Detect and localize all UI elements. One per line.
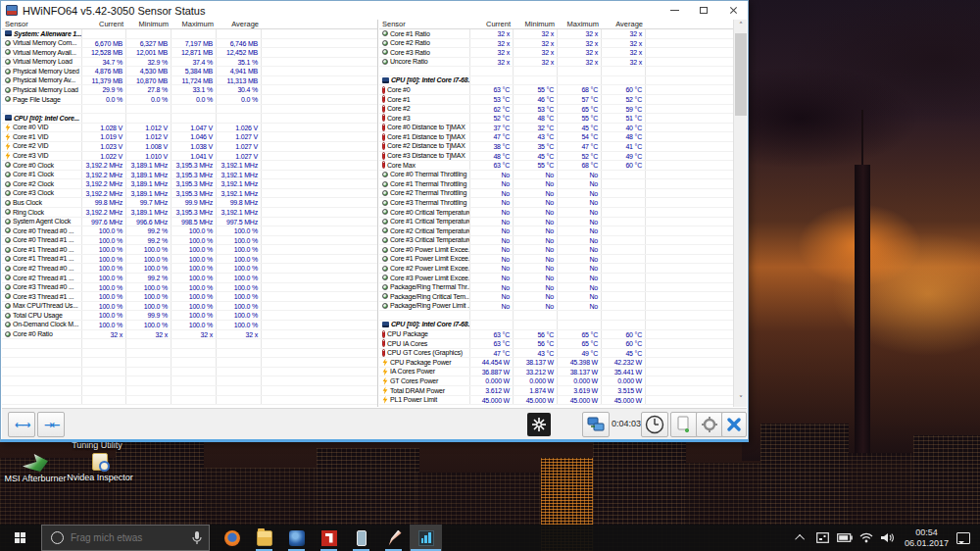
sensor-row[interactable]: Core #0 Power Limit Excee...NoNoNo [379,245,734,255]
sensor-row[interactable]: Core #1 Thread #0 ...100.0 %100.0 %100.0… [2,245,377,255]
sensor-row[interactable]: Core #2 Distance to TjMAX38 °C35 °C47 °C… [379,142,734,152]
sensor-row[interactable]: Core #0 Distance to TjMAX37 °C32 °C45 °C… [379,124,734,133]
sensor-section-row[interactable]: CPU [#0]: Intel Core i7-68... [379,321,734,330]
sensor-row[interactable]: Max CPU/Thread Us...100.0 %100.0 %100.0 … [2,302,377,312]
sensor-row[interactable]: Core #2 Thread #1 ...100.0 %99.2 %100.0 … [2,274,377,283]
desktop-icon-msi-afterburner[interactable]: MSI Afterburner [0,454,73,483]
minimize-button[interactable] [660,1,689,20]
sensor-row[interactable]: Core #2 VID1.023 V1.008 V1.038 V1.027 V [2,142,377,152]
sensor-row[interactable]: CPU Package Power44.454 W38.137 W45.398 … [379,358,734,368]
settings-button[interactable] [696,412,723,437]
sensor-row[interactable]: Core #0 Thermal ThrottlingNoNoNo [379,171,734,180]
sensor-row[interactable]: Core #1 Critical TemperatureNoNoNo [379,218,734,227]
sensor-row[interactable]: Core #153 °C46 °C57 °C52 °C [379,95,734,105]
taskbar-app-blue-3d-app[interactable] [280,525,313,551]
taskbar-app-file-explorer[interactable] [248,525,280,551]
sensor-row[interactable]: IA Cores Power36.887 W33.212 W38.137 W35… [379,368,734,377]
tray-input-indicator-icon[interactable] [815,525,831,551]
sensor-row[interactable]: Core #0 Ratio32 x32 x32 x32 x [2,330,377,340]
sensor-row[interactable]: Physical Memory Used4,876 MB4,530 MB5,38… [2,67,377,76]
sensor-row[interactable]: Package/Ring Thermal Thr...NoNoNo [379,283,734,293]
sensor-row[interactable]: Core #0 Critical TemperatureNoNoNo [379,208,734,218]
sensor-row[interactable]: Core #3 Power Limit Excee...NoNoNo [379,274,734,283]
desktop-icon-nvidea-inspector[interactable]: Nvidea Inspector [63,453,137,482]
expand-columns-button[interactable]: ←→ [8,412,35,437]
sensor-row[interactable]: Virtual Memory Avail...12,528 MB12,001 M… [2,48,377,58]
remote-monitoring-button[interactable] [582,412,610,437]
clock-button[interactable] [641,412,668,437]
volume-icon[interactable] [880,525,896,551]
sensor-row[interactable]: Core Max63 °C55 °C68 °C60 °C [379,161,734,171]
sensor-row[interactable]: Physical Memory Av...11,379 MB10,870 MB1… [2,76,377,86]
tray-clock[interactable]: 00:54 06.01.2017 [905,527,949,549]
sensor-row[interactable]: Core #063 °C55 °C68 °C60 °C [379,85,734,95]
scroll-down-arrow[interactable]: ˅ [734,393,748,407]
titlebar[interactable]: HWiNFO64 v5.42-3050 Sensor Status [1,1,748,20]
sensor-section-row[interactable]: CPU [#0]: Intel Core... [2,114,377,124]
taskbar-app-phone-companion[interactable] [345,525,377,551]
sensor-row[interactable]: Virtual Memory Com...6,670 MB6,327 MB7,1… [2,39,377,49]
taskbar-app-hwinfo64[interactable] [410,525,442,551]
sensor-row[interactable]: Core #1 Thermal ThrottlingNoNoNo [379,179,734,189]
cortana-search-box[interactable] [41,525,210,551]
close-button[interactable] [718,1,748,20]
sensor-row[interactable]: Core #0 VID1.028 V1.012 V1.047 V1.026 V [2,124,377,133]
sensor-row[interactable]: Core #262 °C53 °C65 °C59 °C [379,105,734,115]
vertical-scrollbar[interactable]: ˄ ˅ [733,20,747,407]
sensor-row[interactable]: Core #3 VID1.022 V1.010 V1.041 V1.027 V [2,152,377,162]
sensor-row[interactable]: Total DRAM Power3.612 W1.874 W3.619 W3.5… [379,386,734,396]
sensor-row[interactable]: Core #1 Ratio32 x32 x32 x32 x [379,29,734,39]
sensor-row[interactable]: Core #3 Clock3,192.2 MHz3,189.1 MHz3,195… [2,189,377,199]
sensor-row[interactable]: Physical Memory Load29.9 %27.8 %33.1 %30… [2,85,377,95]
scroll-up-arrow[interactable]: ˄ [734,20,748,33]
sensor-row[interactable]: Core #0 Clock3,192.2 MHz3,189.1 MHz3,195… [2,161,377,171]
sensor-row[interactable]: Core #0 Thread #1 ...100.0 %99.2 %100.0 … [2,236,377,246]
action-center-icon[interactable] [956,532,970,544]
sensor-row[interactable]: CPU IA Cores63 °C56 °C65 °C60 °C [379,339,734,349]
close-sensors-button[interactable] [721,412,747,437]
sensor-row[interactable]: Virtual Memory Load34.7 %32.9 %37.4 %35.… [2,58,377,68]
taskbar-app-firefox[interactable] [216,525,248,551]
sensor-row[interactable]: System Agent Clock997.6 MHz996.6 MHz998.… [2,218,377,227]
sensor-row[interactable]: Bus Clock99.8 MHz99.7 MHz99.9 MHz99.8 MH… [2,198,377,208]
wifi-icon[interactable] [858,525,874,551]
microphone-icon[interactable] [192,531,202,547]
scrollbar-thumb[interactable] [735,33,747,116]
sensor-panel-right[interactable]: SensorCurrentMinimumMaximumAverageCore #… [379,20,734,407]
maximize-button[interactable] [689,1,718,20]
sensor-section-row[interactable]: System: Alienware 1... [2,29,377,39]
sensor-row[interactable]: Core #2 Power Limit Excee...NoNoNo [379,264,734,274]
battery-icon[interactable] [837,525,853,551]
sensor-row[interactable]: Core #3 Thermal ThrottlingNoNoNo [379,198,734,208]
sensor-row[interactable]: Core #2 Clock3,192.2 MHz3,189.1 MHz3,195… [2,179,377,189]
sensor-row[interactable]: Core #3 Critical TemperatureNoNoNo [379,236,734,246]
sensor-row[interactable]: Core #1 Clock3,192.2 MHz3,189.1 MHz3,195… [2,171,377,180]
sensor-row[interactable]: Core #3 Thread #0 ...100.0 %100.0 %100.0… [2,283,377,293]
sensor-section-row[interactable]: CPU [#0]: Intel Core i7-68... [379,76,734,86]
sensor-row[interactable]: Core #1 Distance to TjMAX47 °C43 °C54 °C… [379,132,734,142]
sensor-row[interactable]: Core #2 Ratio32 x32 x32 x32 x [379,39,734,49]
sensor-row[interactable]: Ring Clock3,192.2 MHz3,189.1 MHz3,195.3 … [2,208,377,218]
taskbar-app-red-d-app[interactable] [313,525,345,551]
sensor-row[interactable]: Core #1 Power Limit Excee...NoNoNo [379,255,734,265]
collapse-columns-button[interactable]: →← [37,412,65,437]
sensor-row[interactable]: CPU Package63 °C56 °C65 °C60 °C [379,330,734,340]
sensor-row[interactable]: Core #2 Thread #0 ...100.0 %100.0 %100.0… [2,264,377,274]
search-input[interactable] [71,532,178,543]
start-button[interactable] [0,525,41,551]
sensor-panel-left[interactable]: SensorCurrentMinimumMaximumAverageSystem… [2,20,378,407]
sensor-row[interactable]: PL1 Power Limit45.000 W45.000 W45.000 W4… [379,396,734,406]
sensor-row[interactable]: Core #0 Thread #0 ...100.0 %99.2 %100.0 … [2,226,377,236]
tray-chevron-up-icon[interactable] [794,525,809,551]
sensor-row[interactable]: Core #2 Thermal ThrottlingNoNoNo [379,189,734,199]
add-log-button[interactable] [670,412,698,437]
sensor-row[interactable]: Core #1 Thread #1 ...100.0 %100.0 %100.0… [2,255,377,265]
taskbar-app-rocket-app[interactable] [377,525,410,551]
sensor-row[interactable]: Core #2 Critical TemperatureNoNoNo [379,226,734,236]
sensor-row[interactable]: GT Cores Power0.000 W0.000 W0.000 W0.000… [379,376,734,386]
sensor-row[interactable]: Uncore Ratio32 x32 x32 x32 x [379,58,734,68]
sensor-row[interactable]: Package/Ring Power Limit ...NoNoNo [379,302,734,312]
sensor-row[interactable]: Core #3 Thread #1 ...100.0 %100.0 %100.0… [2,292,377,302]
sensor-row[interactable]: Page File Usage0.0 %0.0 %0.0 %0.0 % [2,95,377,105]
sensor-row[interactable]: Core #3 Ratio32 x32 x32 x32 x [379,48,734,58]
